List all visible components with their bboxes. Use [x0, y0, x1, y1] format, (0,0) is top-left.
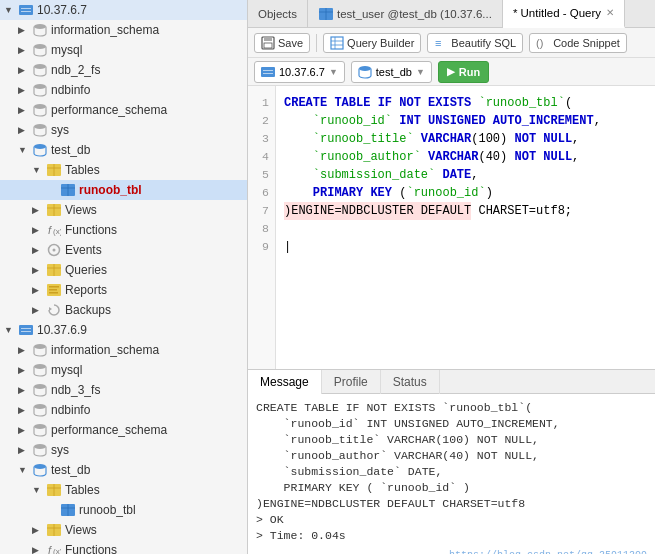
s2-db-testdb-icon [32, 462, 48, 478]
db-mysql[interactable]: ▶ mysql [0, 40, 247, 60]
backups-label: Backups [65, 303, 111, 317]
tables-item[interactable]: ▼ Tables [0, 160, 247, 180]
db-testdb[interactable]: ▼ test_db [0, 140, 247, 160]
s2-db-ndbinfo[interactable]: ▶ ndbinfo [0, 400, 247, 420]
bottom-panel: Message Profile Status CREATE TABLE IF N… [248, 369, 655, 554]
db-ndb2fs[interactable]: ▶ ndb_2_fs [0, 60, 247, 80]
code-line-1: CREATE TABLE IF NOT EXISTS `runoob_tbl`( [284, 94, 647, 112]
tab-profile[interactable]: Profile [322, 370, 381, 394]
svg-point-9 [34, 144, 46, 149]
beautify-icon: ≡ [434, 36, 448, 50]
msg-line-4: `runoob_author` VARCHAR(40) NOT NULL, [256, 448, 647, 464]
run-label: Run [459, 66, 480, 78]
run-button[interactable]: ▶ Run [438, 61, 489, 83]
tree-panel: ▼ 10.37.6.7 ▶ information_schema ▶ mysql… [0, 0, 248, 554]
server2-item[interactable]: ▼ 10.37.6.9 [0, 320, 247, 340]
code-snippet-label: Code Snippet [553, 37, 620, 49]
db-ndb2fs-label: ndb_2_fs [51, 63, 100, 77]
save-button[interactable]: Save [254, 33, 310, 53]
svg-point-4 [34, 44, 46, 49]
queries-item[interactable]: ▶ Queries [0, 260, 247, 280]
events-item[interactable]: ▶ Events [0, 240, 247, 260]
db-perfschema[interactable]: ▶ performance_schema [0, 100, 247, 120]
db-icon3 [32, 62, 48, 78]
db-ndbinfo[interactable]: ▶ ndbinfo [0, 80, 247, 100]
server1-arrow[interactable]: ▼ [4, 5, 18, 15]
s2-db-icon3 [32, 382, 48, 398]
svg-rect-29 [49, 292, 58, 294]
tab-message[interactable]: Message [248, 370, 322, 394]
views-icon [46, 202, 62, 218]
db-information-schema[interactable]: ▶ information_schema [0, 20, 247, 40]
svg-text:(x): (x) [53, 547, 61, 554]
s2-db-sys-label: sys [51, 443, 69, 457]
tab-objects[interactable]: Objects [248, 0, 308, 28]
functions-item[interactable]: ▶ f(x) Functions [0, 220, 247, 240]
code-line-3: `runoob_title` VARCHAR(100) NOT NULL, [284, 130, 647, 148]
tab-query-user[interactable]: test_user @test_db (10.37.6... [308, 0, 503, 28]
svg-rect-2 [21, 11, 31, 12]
svg-point-38 [34, 424, 46, 429]
s2-db-icon6 [32, 442, 48, 458]
code-line-8 [284, 220, 647, 238]
code-editor[interactable]: CREATE TABLE IF NOT EXISTS `runoob_tbl`(… [276, 86, 655, 369]
db-select[interactable]: test_db ▼ [351, 61, 432, 83]
tab-query-user-label: test_user @test_db (10.37.6... [337, 8, 492, 20]
server-select-label: 10.37.6.7 [279, 66, 325, 78]
svg-rect-0 [19, 5, 33, 15]
msg-line-1: CREATE TABLE IF NOT EXISTS `runoob_tbl`( [256, 400, 647, 416]
tab-untitled[interactable]: * Untitled - Query ✕ [503, 0, 625, 28]
db-select-icon [358, 65, 372, 79]
tab-close-icon[interactable]: ✕ [606, 7, 614, 18]
editor-area[interactable]: 1 2 3 4 5 6 7 8 9 CREATE TABLE IF NOT EX… [248, 86, 655, 369]
views-item[interactable]: ▶ Views [0, 200, 247, 220]
code-line-4: `runoob_author` VARCHAR(40) NOT NULL, [284, 148, 647, 166]
backups-item[interactable]: ▶ Backups [0, 300, 247, 320]
s2-runoob-tbl-item[interactable]: ▶ runoob_tbl [0, 500, 247, 520]
bottom-tab-bar: Message Profile Status [248, 370, 655, 394]
query-builder-button[interactable]: Query Builder [323, 33, 421, 53]
backups-icon [46, 302, 62, 318]
s2-functions-label: Functions [65, 543, 117, 554]
svg-point-35 [34, 364, 46, 369]
code-line-6: PRIMARY KEY ( `runoob_id` ) [284, 184, 647, 202]
server-select[interactable]: 10.37.6.7 ▼ [254, 61, 345, 83]
server1-item[interactable]: ▼ 10.37.6.7 [0, 0, 247, 20]
runoob-tbl-label: runoob_tbl [79, 183, 142, 197]
message-content: CREATE TABLE IF NOT EXISTS `runoob_tbl`(… [248, 394, 655, 554]
s2-tables-icon [46, 482, 62, 498]
tables-icon [46, 162, 62, 178]
server-select-icon [261, 65, 275, 79]
reports-icon [46, 282, 62, 298]
svg-point-3 [34, 24, 46, 29]
runoob-tbl-item[interactable]: ▶ runoob_tbl [0, 180, 247, 200]
db-arrow[interactable]: ▶ [18, 25, 32, 35]
query-builder-label: Query Builder [347, 37, 414, 49]
s2-db-perfschema[interactable]: ▶ performance_schema [0, 420, 247, 440]
server2-icon [18, 322, 34, 338]
s2-functions-icon: f(x) [46, 542, 62, 554]
svg-point-40 [34, 464, 46, 469]
s2-views-item[interactable]: ▶ Views [0, 520, 247, 540]
s2-tables-item[interactable]: ▼ Tables [0, 480, 247, 500]
msg-line-7: )ENGINE=NDBCLUSTER DEFAULT CHARSET=utf8 [256, 496, 647, 512]
s2-db-information-schema[interactable]: ▶ information_schema [0, 340, 247, 360]
msg-line-time: > Time: 0.04s [256, 528, 647, 544]
s2-db-sys[interactable]: ▶ sys [0, 440, 247, 460]
s2-db-testdb[interactable]: ▼ test_db [0, 460, 247, 480]
db-sys-label: sys [51, 123, 69, 137]
s2-db-mysql[interactable]: ▶ mysql [0, 360, 247, 380]
svg-rect-33 [21, 331, 31, 332]
svg-point-39 [34, 444, 46, 449]
server1-icon [18, 2, 34, 18]
s2-functions-item[interactable]: ▶ f(x) Functions [0, 540, 247, 554]
code-snippet-button[interactable]: () Code Snippet [529, 33, 627, 53]
beautify-button[interactable]: ≡ Beautify SQL [427, 33, 523, 53]
svg-point-22 [53, 249, 56, 252]
reports-item[interactable]: ▶ Reports [0, 280, 247, 300]
tab-status[interactable]: Status [381, 370, 440, 394]
db-testdb-icon [32, 142, 48, 158]
s2-db-mysql-label: mysql [51, 363, 82, 377]
s2-db-ndb3fs[interactable]: ▶ ndb_3_fs [0, 380, 247, 400]
db-sys[interactable]: ▶ sys [0, 120, 247, 140]
